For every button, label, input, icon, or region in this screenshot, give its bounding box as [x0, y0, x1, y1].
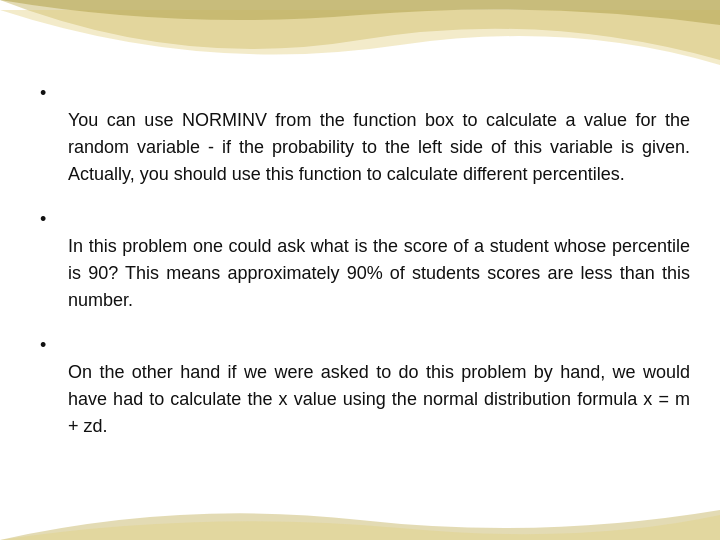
main-content: • You can use NORMINV from the function … — [40, 80, 690, 458]
bullet-1: • — [40, 83, 46, 103]
bullet-3: • — [40, 335, 46, 355]
paragraph-3: • On the other hand if we were asked to … — [40, 332, 690, 440]
paragraph-3-text: On the other hand if we were asked to do… — [40, 359, 690, 440]
paragraph-2-text: In this problem one could ask what is th… — [40, 233, 690, 314]
paragraph-2: • In this problem one could ask what is … — [40, 206, 690, 314]
bullet-2: • — [40, 209, 46, 229]
paragraph-1: • You can use NORMINV from the function … — [40, 80, 690, 188]
paragraph-1-text: You can use NORMINV from the function bo… — [40, 107, 690, 188]
